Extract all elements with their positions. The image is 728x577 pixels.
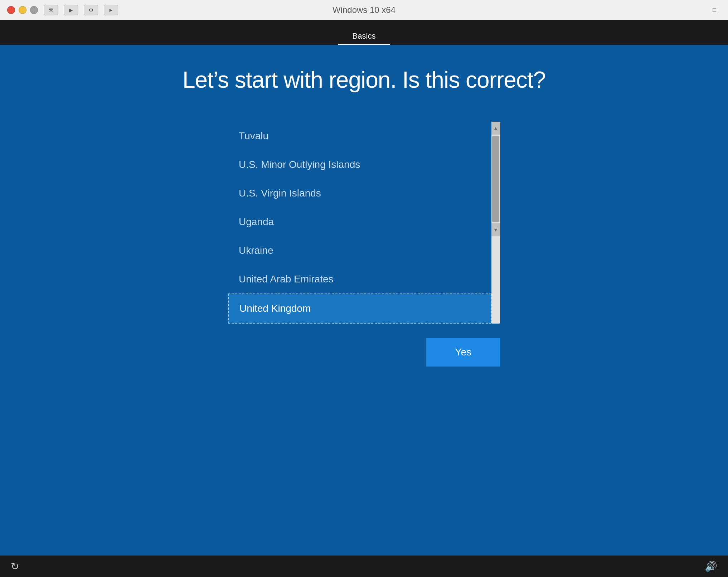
scrollbar[interactable]: ▲ ▼ [491,122,500,324]
maximize-button[interactable] [30,6,38,14]
main-content: Let’s start with region. Is this correct… [0,45,728,556]
close-button[interactable] [7,6,15,14]
tools-button[interactable]: ⚒ [44,5,58,15]
forward-button[interactable]: ▶ [64,5,78,15]
navbar: Basics [0,20,728,45]
list-item[interactable]: Tuvalu [228,122,491,150]
minimize-button[interactable] [19,6,26,14]
page-title: Let’s start with region. Is this correct… [183,67,545,93]
scroll-down-button[interactable]: ▼ [491,223,500,236]
list-item[interactable]: Ukraine [228,236,491,265]
list-item[interactable]: U.S. Virgin Islands [228,179,491,208]
window-controls: ⚒ ▶ ⚙ ► [7,5,118,15]
scroll-up-button[interactable]: ▲ [491,122,500,135]
taskbar-left: ↻ [11,561,19,572]
yes-button-container: Yes [228,338,500,367]
region-list: Tuvalu U.S. Minor Outlying Islands U.S. … [228,122,491,324]
resize-icon[interactable]: □ [708,5,721,15]
taskbar-right: 🔊 [705,561,717,572]
window-title: Windows 10 x64 [333,5,395,15]
yes-button[interactable]: Yes [426,338,500,367]
settings-button[interactable]: ⚙ [84,5,98,15]
list-item[interactable]: Uganda [228,208,491,236]
scrollbar-thumb[interactable] [492,136,499,222]
list-item[interactable]: United Arab Emirates [228,265,491,294]
titlebar: ⚒ ▶ ⚙ ► Windows 10 x64 □ [0,0,728,20]
nav-forward-button[interactable]: ► [104,5,118,15]
list-item[interactable]: U.S. Minor Outlying Islands [228,150,491,179]
taskbar: ↻ 🔊 [0,556,728,577]
tab-basics[interactable]: Basics [338,27,390,45]
taskbar-icon-left: ↻ [11,561,19,572]
list-item-selected[interactable]: United Kingdom [228,294,491,324]
window-right-controls: □ [708,5,721,15]
region-selector: Tuvalu U.S. Minor Outlying Islands U.S. … [228,122,500,324]
taskbar-icon-volume: 🔊 [705,561,717,572]
